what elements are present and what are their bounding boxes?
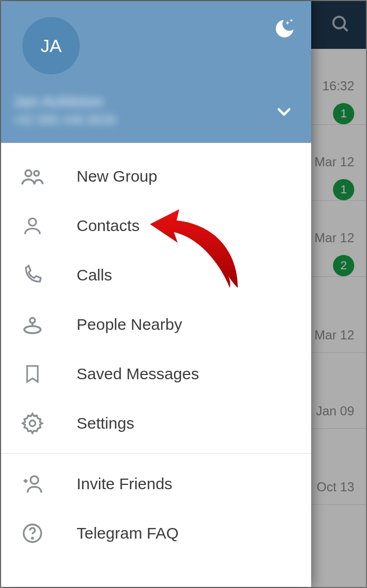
menu-calls[interactable]: Calls bbox=[1, 250, 311, 300]
menu-invite-friends[interactable]: Invite Friends bbox=[1, 459, 311, 508]
svg-point-7 bbox=[24, 326, 41, 333]
menu-label: Saved Messages bbox=[77, 365, 199, 383]
help-icon bbox=[19, 522, 46, 545]
menu-settings[interactable]: Settings bbox=[1, 398, 311, 448]
menu-label: New Group bbox=[77, 167, 157, 185]
night-mode-toggle[interactable] bbox=[273, 17, 296, 42]
user-phone: +62 895 446 8639 bbox=[13, 112, 116, 128]
menu-contacts[interactable]: Contacts bbox=[1, 201, 311, 250]
svg-point-5 bbox=[29, 218, 36, 226]
svg-point-2 bbox=[290, 20, 293, 22]
gear-icon bbox=[19, 412, 46, 435]
menu-label: Calls bbox=[77, 266, 112, 284]
user-name: Jan Ackleton bbox=[13, 91, 116, 112]
menu-label: Settings bbox=[77, 414, 134, 432]
drawer-menu: New Group Contacts Calls bbox=[1, 143, 311, 587]
menu-label: Telegram FAQ bbox=[77, 524, 179, 542]
avatar-initials: JA bbox=[40, 36, 62, 56]
account-switcher[interactable] bbox=[275, 103, 293, 123]
svg-point-8 bbox=[30, 420, 36, 426]
avatar[interactable]: JA bbox=[22, 17, 80, 74]
menu-divider bbox=[1, 453, 311, 454]
app-root: 16:32 1 Mar 12 1 Mar 12 2 Mar 12 Jan 09 … bbox=[0, 0, 367, 588]
svg-point-4 bbox=[34, 171, 39, 175]
menu-label: Invite Friends bbox=[77, 475, 172, 493]
phone-icon bbox=[19, 264, 46, 286]
svg-point-6 bbox=[30, 318, 35, 323]
menu-label: People Nearby bbox=[77, 316, 182, 334]
menu-telegram-faq[interactable]: Telegram FAQ bbox=[1, 508, 311, 558]
svg-point-13 bbox=[32, 538, 33, 539]
add-person-icon bbox=[19, 472, 46, 496]
user-info[interactable]: Jan Ackleton +62 895 446 8639 bbox=[13, 91, 116, 128]
nav-drawer: JA Jan Ackleton +62 895 446 8639 bbox=[1, 1, 311, 587]
menu-label: Contacts bbox=[77, 217, 139, 235]
menu-new-group[interactable]: New Group bbox=[1, 151, 311, 201]
group-icon bbox=[19, 164, 46, 189]
person-icon bbox=[19, 215, 46, 237]
menu-saved-messages[interactable]: Saved Messages bbox=[1, 349, 311, 398]
bookmark-icon bbox=[19, 363, 46, 385]
svg-point-3 bbox=[26, 170, 32, 176]
nearby-icon bbox=[19, 312, 46, 337]
svg-point-9 bbox=[30, 476, 38, 484]
drawer-header: JA Jan Ackleton +62 895 446 8639 bbox=[1, 1, 311, 143]
menu-people-nearby[interactable]: People Nearby bbox=[1, 300, 311, 349]
